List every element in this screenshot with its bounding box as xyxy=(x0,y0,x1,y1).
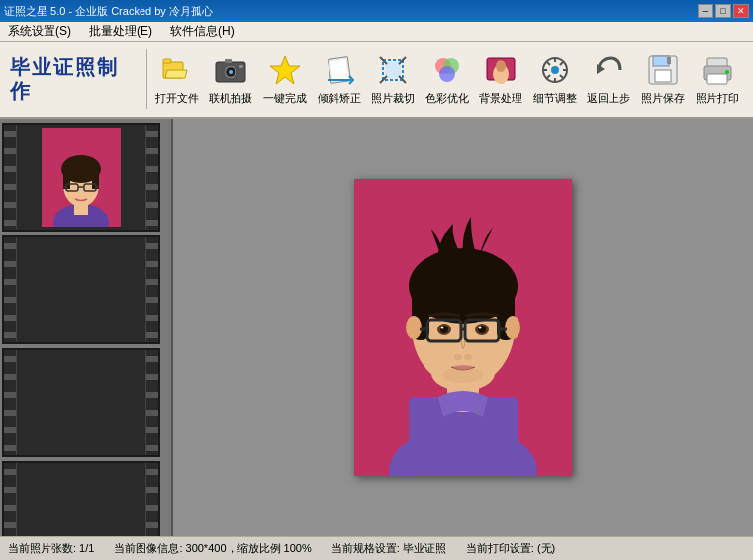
camera-icon xyxy=(213,52,248,88)
svg-rect-1 xyxy=(163,59,171,63)
menu-software-info[interactable]: 软件信息(H) xyxy=(166,22,238,41)
app-title: 毕业证照制作 xyxy=(10,55,133,103)
undo-button[interactable]: 返回上步 xyxy=(583,46,635,113)
photo-crop-label: 照片裁切 xyxy=(371,91,415,106)
film-frame-4[interactable] xyxy=(2,461,160,536)
title-bar: 证照之星 5.0 - 企业版 Cracked by 冷月孤心 ─ □ ✕ xyxy=(0,0,753,22)
film-frame-2[interactable] xyxy=(2,235,160,344)
svg-point-29 xyxy=(551,66,559,74)
tilt-correct-button[interactable]: 倾斜矫正 xyxy=(313,46,365,113)
bg-process-label: 背景处理 xyxy=(479,91,522,106)
svg-rect-7 xyxy=(239,65,243,68)
status-photo-count: 当前照片张数: 1/1 xyxy=(8,541,94,556)
title-bar-text: 证照之星 5.0 - 企业版 Cracked by 冷月孤心 xyxy=(4,4,213,19)
svg-rect-6 xyxy=(225,59,232,63)
svg-rect-37 xyxy=(655,70,671,82)
svg-point-66 xyxy=(505,316,520,339)
photo-crop-button[interactable]: 照片裁切 xyxy=(367,46,420,113)
svg-rect-36 xyxy=(653,56,669,66)
svg-rect-10 xyxy=(329,59,348,81)
save-photo-button[interactable]: 照片保存 xyxy=(637,46,690,113)
main-area xyxy=(0,119,753,536)
open-file-button[interactable]: 打开文件 xyxy=(151,46,204,113)
color-optimize-icon xyxy=(429,52,465,88)
camera-shoot-label: 联机拍摄 xyxy=(209,91,252,106)
status-spec: 当前规格设置: 毕业证照 xyxy=(331,541,446,556)
open-file-label: 打开文件 xyxy=(155,91,199,106)
status-image-info: 当前图像信息: 300*400，缩放比例 100% xyxy=(114,541,311,556)
main-photo-image xyxy=(354,179,572,476)
one-key-done-icon xyxy=(267,52,303,88)
color-optimize-label: 色彩优化 xyxy=(425,91,469,106)
print-photo-icon xyxy=(700,52,735,88)
svg-point-20 xyxy=(439,66,455,82)
svg-point-23 xyxy=(496,60,506,72)
one-key-done-label: 一键完成 xyxy=(263,91,307,106)
svg-point-65 xyxy=(406,316,422,339)
close-button[interactable]: ✕ xyxy=(733,4,749,18)
color-optimize-button[interactable]: 色彩优化 xyxy=(421,46,473,113)
print-photo-button[interactable]: 照片打印 xyxy=(691,46,743,113)
undo-label: 返回上步 xyxy=(587,91,630,106)
open-file-icon xyxy=(159,52,195,88)
one-key-done-button[interactable]: 一键完成 xyxy=(259,46,312,113)
film-inner-3 xyxy=(15,351,147,454)
minimize-button[interactable]: ─ xyxy=(698,4,713,18)
svg-point-75 xyxy=(441,327,444,329)
menu-system-settings[interactable]: 系统设置(S) xyxy=(4,22,75,41)
filmstrip[interactable] xyxy=(0,119,173,536)
status-bar: 当前照片张数: 1/1 当前图像信息: 300*400，缩放比例 100% 当前… xyxy=(0,536,753,560)
camera-shoot-button[interactable]: 联机拍摄 xyxy=(205,46,257,113)
tilt-correct-icon xyxy=(322,52,357,88)
photo-area xyxy=(173,119,753,536)
thumbnail-photo-1 xyxy=(42,128,121,227)
tilt-correct-label: 倾斜矫正 xyxy=(318,91,361,106)
svg-rect-38 xyxy=(667,57,671,64)
svg-point-80 xyxy=(454,354,462,360)
toolbar-divider-1 xyxy=(146,49,147,109)
detail-adjust-icon xyxy=(537,52,573,88)
svg-point-42 xyxy=(725,70,729,74)
svg-line-32 xyxy=(560,62,563,65)
svg-line-31 xyxy=(560,75,563,78)
svg-rect-13 xyxy=(385,62,401,78)
save-photo-label: 照片保存 xyxy=(641,91,685,106)
svg-line-33 xyxy=(547,75,550,78)
photo-crop-icon xyxy=(375,52,411,88)
app-title-area: 毕业证照制作 xyxy=(10,55,133,103)
menu-bar: 系统设置(S) 批量处理(E) 软件信息(H) xyxy=(0,22,753,42)
bg-process-button[interactable]: 背景处理 xyxy=(475,46,527,113)
title-bar-controls: ─ □ ✕ xyxy=(698,4,749,18)
svg-rect-41 xyxy=(707,74,727,84)
svg-point-5 xyxy=(229,70,233,74)
print-photo-label: 照片打印 xyxy=(696,91,739,106)
film-frame-3[interactable] xyxy=(2,348,160,457)
svg-point-82 xyxy=(443,367,483,383)
main-photo xyxy=(354,179,572,476)
toolbar: 毕业证照制作 打开文件 联机拍摄 xyxy=(0,42,753,119)
film-frame-1[interactable] xyxy=(2,123,160,232)
film-inner-2 xyxy=(15,238,147,341)
svg-marker-8 xyxy=(270,56,300,84)
film-inner-4 xyxy=(15,464,147,536)
maximize-button[interactable]: □ xyxy=(715,4,731,18)
svg-point-81 xyxy=(464,354,472,360)
svg-point-79 xyxy=(479,327,482,329)
status-print-setting: 当前打印设置: (无) xyxy=(466,541,555,556)
detail-adjust-button[interactable]: 细节调整 xyxy=(529,46,582,113)
bg-process-icon xyxy=(483,52,518,88)
film-inner-1 xyxy=(15,126,147,229)
save-photo-icon xyxy=(645,52,681,88)
detail-adjust-label: 细节调整 xyxy=(533,91,577,106)
menu-batch-process[interactable]: 批量处理(E) xyxy=(85,22,156,41)
undo-icon xyxy=(591,52,626,88)
svg-line-30 xyxy=(547,62,550,65)
